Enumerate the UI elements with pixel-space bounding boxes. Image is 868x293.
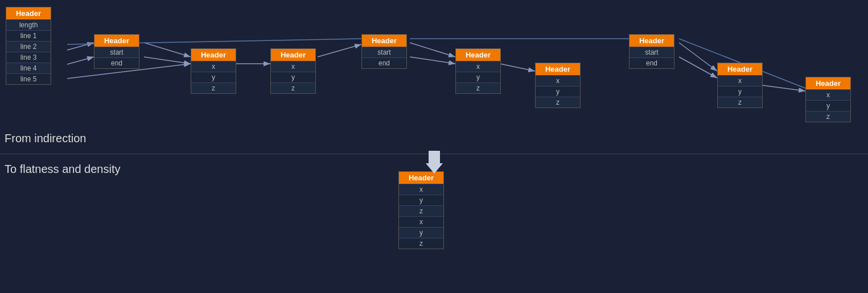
svg-line-12 [679, 43, 717, 71]
node-4-row-1: y [271, 72, 315, 82]
bottom-section-label: To flatness and density [5, 163, 120, 176]
node-1-row-0: length [6, 19, 51, 30]
svg-line-11 [500, 64, 535, 71]
node-7-row-0: x [536, 75, 580, 86]
top-label-text: From indirection [5, 132, 86, 145]
node-1-row-3: line 3 [6, 52, 51, 63]
node-7-header: Header [536, 63, 580, 75]
node-5-header: Header [362, 35, 406, 47]
svg-line-5 [144, 43, 191, 57]
node-10-header: Header [806, 77, 850, 89]
svg-line-14 [763, 85, 805, 91]
node-2: Header start end [94, 34, 139, 69]
svg-line-2 [67, 43, 94, 50]
bottom-node-1-row-3: x [399, 216, 443, 227]
node-6-row-2: z [456, 82, 500, 93]
node-8-row-1: end [630, 57, 674, 68]
node-1-header: Header [6, 7, 51, 19]
bottom-node-1: Header x y z x y z [398, 171, 444, 249]
node-3-row-1: y [191, 72, 236, 82]
node-2-header: Header [94, 35, 139, 47]
node-7-row-1: y [536, 86, 580, 97]
node-9-header: Header [718, 63, 762, 75]
node-5: Header start end [361, 34, 407, 69]
node-4-row-2: z [271, 82, 315, 93]
down-arrow [426, 151, 443, 174]
node-7: Header x y z [535, 63, 581, 108]
node-10-row-2: z [806, 111, 850, 122]
node-9-row-0: x [718, 75, 762, 86]
node-8-header: Header [630, 35, 674, 47]
bottom-node-1-row-4: y [399, 227, 443, 238]
node-9-row-2: z [718, 97, 762, 108]
svg-line-3 [67, 57, 94, 64]
node-1-row-4: line 4 [6, 63, 51, 73]
svg-line-10 [410, 57, 455, 64]
node-6-row-0: x [456, 61, 500, 72]
svg-line-13 [679, 57, 717, 78]
svg-line-9 [410, 43, 455, 57]
bottom-node-1-row-0: x [399, 184, 443, 195]
node-6: Header x y z [455, 48, 501, 94]
node-3: Header x y z [191, 48, 236, 94]
node-8-row-0: start [630, 47, 674, 57]
svg-line-8 [318, 44, 361, 57]
node-2-row-0: start [94, 47, 139, 57]
node-10-row-0: x [806, 89, 850, 100]
node-7-row-2: z [536, 97, 580, 108]
bottom-node-1-header: Header [399, 172, 443, 184]
bottom-node-1-row-5: z [399, 238, 443, 249]
node-4: Header x y z [270, 48, 316, 94]
node-2-row-1: end [94, 57, 139, 68]
node-5-row-0: start [362, 47, 406, 57]
node-6-row-1: y [456, 72, 500, 82]
bottom-node-1-row-2: z [399, 205, 443, 216]
node-1: Header length line 1 line 2 line 3 line … [6, 7, 51, 85]
bottom-label-text: To flatness and density [5, 163, 120, 175]
node-1-row-5: line 5 [6, 73, 51, 84]
node-9: Header x y z [717, 63, 763, 108]
bottom-node-1-row-1: y [399, 195, 443, 205]
node-10: Header x y z [805, 77, 851, 122]
node-6-header: Header [456, 49, 500, 61]
node-4-row-0: x [271, 61, 315, 72]
node-3-row-2: z [191, 82, 236, 93]
node-5-row-1: end [362, 57, 406, 68]
top-section-label: From indirection [5, 132, 86, 145]
svg-marker-18 [426, 151, 443, 174]
node-1-row-1: line 1 [6, 30, 51, 41]
node-8: Header start end [629, 34, 674, 69]
node-4-header: Header [271, 49, 315, 61]
top-section: Header length line 1 line 2 line 3 line … [0, 0, 868, 154]
node-10-row-1: y [806, 100, 850, 111]
node-1-row-2: line 2 [6, 41, 51, 52]
bottom-section: To flatness and density Header x y z x y… [0, 154, 868, 291]
node-9-row-1: y [718, 86, 762, 97]
node-3-row-0: x [191, 61, 236, 72]
svg-line-6 [144, 57, 191, 64]
node-3-header: Header [191, 49, 236, 61]
